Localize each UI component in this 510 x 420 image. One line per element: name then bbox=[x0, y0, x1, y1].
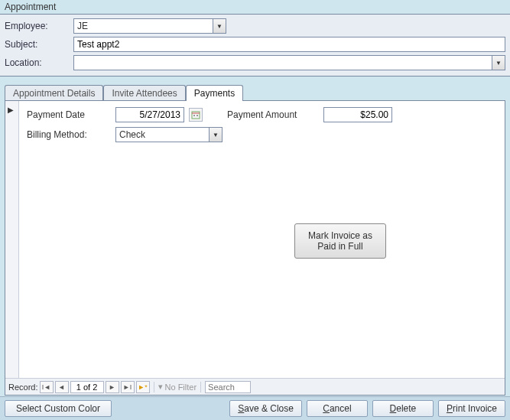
nav-new-icon[interactable]: ►* bbox=[136, 381, 150, 393]
footer-bar: Select Custom Color Save & Close Cancel … bbox=[0, 396, 510, 420]
dropdown-icon[interactable]: ▼ bbox=[209, 128, 222, 142]
nav-prev-icon[interactable]: ◄ bbox=[55, 381, 69, 393]
nav-first-icon[interactable]: I◄ bbox=[40, 381, 54, 393]
tab-appointment-details[interactable]: Appointment Details bbox=[5, 85, 103, 101]
location-value bbox=[74, 62, 492, 63]
svg-rect-0 bbox=[192, 112, 200, 119]
separator bbox=[200, 382, 201, 392]
employee-label: Employee: bbox=[5, 21, 73, 31]
employee-combobox[interactable]: JE ▼ bbox=[73, 18, 226, 34]
billing-method-value: Check bbox=[116, 129, 209, 141]
record-navigator: Record: I◄ ◄ ► ►I ►* ▾ No Filter bbox=[5, 378, 505, 395]
billing-method-label: Billing Method: bbox=[27, 129, 111, 140]
nav-last-icon[interactable]: ►I bbox=[121, 381, 135, 393]
payments-panel: Payment Date Payment Amount Billing Meth… bbox=[19, 101, 505, 378]
svg-rect-3 bbox=[197, 115, 198, 116]
separator bbox=[154, 382, 154, 392]
tab-payments[interactable]: Payments bbox=[186, 85, 243, 101]
tab-body: ▶ Payment Date Payment Amount bbox=[5, 100, 505, 396]
form-header: Employee: JE ▼ Subject: Location: ▼ bbox=[0, 14, 510, 77]
payment-amount-input[interactable] bbox=[323, 107, 392, 122]
dropdown-icon[interactable]: ▼ bbox=[492, 56, 505, 70]
cancel-button[interactable]: Cancel bbox=[307, 400, 368, 417]
delete-button[interactable]: Delete bbox=[372, 400, 434, 417]
record-pointer-icon: ▶ bbox=[8, 106, 14, 114]
save-close-button[interactable]: Save & Close bbox=[229, 400, 302, 417]
tab-strip: Appointment Details Invite Attendees Pay… bbox=[5, 84, 505, 100]
print-invoice-button[interactable]: Print Invoice bbox=[438, 400, 505, 417]
dropdown-icon[interactable]: ▼ bbox=[213, 19, 226, 33]
filter-icon: ▾ bbox=[158, 382, 163, 392]
svg-rect-2 bbox=[193, 115, 195, 116]
record-position-input[interactable] bbox=[70, 381, 104, 393]
record-label: Record: bbox=[8, 383, 38, 392]
subject-input[interactable] bbox=[73, 37, 505, 52]
nav-next-icon[interactable]: ► bbox=[106, 381, 119, 393]
record-search-input[interactable] bbox=[205, 381, 251, 393]
payment-amount-label: Payment Amount bbox=[227, 109, 319, 120]
window-title: Appointment bbox=[0, 0, 510, 14]
location-combobox[interactable]: ▼ bbox=[73, 55, 505, 70]
calendar-icon[interactable] bbox=[189, 108, 203, 122]
payment-date-label: Payment Date bbox=[27, 109, 111, 120]
location-label: Location: bbox=[5, 57, 73, 68]
record-selector-bar[interactable]: ▶ bbox=[5, 101, 19, 378]
mark-paid-button[interactable]: Mark Invoice as Paid in Full bbox=[294, 223, 386, 259]
billing-method-combobox[interactable]: Check ▼ bbox=[115, 127, 223, 142]
tab-invite-attendees[interactable]: Invite Attendees bbox=[103, 85, 185, 101]
payment-date-input[interactable] bbox=[115, 107, 184, 122]
employee-value: JE bbox=[74, 20, 213, 32]
subject-label: Subject: bbox=[5, 39, 73, 50]
no-filter-indicator: ▾ No Filter bbox=[158, 382, 197, 392]
select-color-button[interactable]: Select Custom Color bbox=[5, 400, 112, 417]
